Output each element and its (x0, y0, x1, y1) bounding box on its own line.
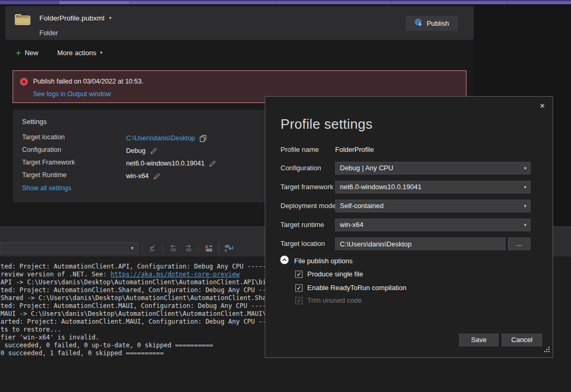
chevron-down-icon: ▾ (100, 50, 102, 55)
publish-globe-icon (414, 18, 423, 28)
more-actions-label: More actions (57, 49, 96, 57)
setting-row-target-runtime: Target Runtime win-x64 (22, 171, 160, 181)
svg-text:c: c (225, 248, 227, 252)
setting-label: Target Framework (22, 159, 126, 168)
chevron-down-icon: ▾ (109, 16, 112, 20)
chevron-down-icon: ▾ (524, 204, 526, 209)
chevron-down-icon: ▾ (131, 246, 133, 251)
toolbar-separator (162, 244, 163, 253)
profile-actions-toolbar: + New More actions ▾ (16, 48, 102, 57)
target-runtime-label: Target runtime (281, 221, 324, 229)
trim-unused-code-option: ✓ Trim unused code (295, 296, 362, 304)
save-button[interactable]: Save (459, 334, 499, 346)
file-publish-options-label: File publish options (294, 257, 352, 265)
new-button-label: New (25, 49, 38, 57)
enable-readytorun-option[interactable]: ✓ Enable ReadyToRun compilation (295, 284, 407, 292)
resize-grip[interactable] (544, 345, 550, 355)
chevron-down-icon: ▾ (524, 223, 526, 228)
find-message-icon[interactable] (147, 243, 158, 253)
settings-title: Settings (22, 118, 47, 126)
show-all-settings-link[interactable]: Show all settings (22, 184, 71, 192)
target-framework-dropdown-value: net6.0-windows10.0.19041 (340, 183, 421, 191)
setting-label: Target Runtime (22, 171, 126, 181)
checkbox-checked-icon[interactable]: ✓ (295, 284, 303, 292)
profile-settings-dialog: ✕ Profile settings Profile name FolderPr… (265, 96, 553, 358)
target-runtime-dropdown[interactable]: win-x64 ▾ (335, 219, 531, 231)
output-source-combo[interactable]: ▾ (0, 242, 138, 254)
configuration-value: Debug (126, 147, 146, 154)
setting-label: Target location (22, 133, 126, 143)
copy-icon[interactable] (200, 135, 207, 142)
publish-button[interactable]: Publish (406, 16, 458, 31)
target-runtime-value: win-x64 (126, 172, 149, 180)
profile-selector[interactable]: FolderProfile.pubxml ▾ (39, 14, 111, 22)
output-line-text: review version of .NET. See: (1, 271, 111, 278)
edit-pencil-icon[interactable] (150, 148, 157, 154)
checkbox-checked-icon[interactable]: ✓ (295, 271, 303, 278)
setting-row-target-framework: Target Framework net6.0-windows10.0.1904… (22, 159, 216, 168)
dotnet-preview-link[interactable]: https://aka.ms/dotnet-core-preview (111, 271, 240, 278)
target-runtime-dropdown-value: win-x64 (340, 221, 364, 229)
chevron-down-icon: ▾ (524, 166, 526, 171)
folder-icon (15, 13, 30, 28)
plus-icon: + (16, 48, 21, 57)
configuration-dropdown[interactable]: Debug | Any CPU ▾ (335, 162, 531, 174)
target-framework-label: Target framework (281, 183, 333, 191)
deployment-mode-label: Deployment mode (281, 202, 336, 210)
toolbar-separator (142, 244, 142, 253)
setting-row-target-location: Target location C:\Users\danis\Desktop (22, 133, 207, 143)
checkbox-label: Trim unused code (307, 296, 362, 304)
target-location-input[interactable] (335, 238, 505, 250)
configuration-label: Configuration (281, 164, 321, 172)
previous-message-icon[interactable] (168, 243, 178, 253)
checkbox-label: Produce single file (307, 270, 363, 278)
more-actions-button[interactable]: More actions ▾ (57, 49, 102, 57)
see-logs-link[interactable]: See logs in Output window (33, 90, 111, 98)
publish-failed-message: Publish failed on 03/04/2022 at 10:53. (33, 78, 143, 85)
collapse-chevron-icon (280, 255, 289, 266)
publish-button-label: Publish (427, 19, 449, 27)
target-framework-dropdown[interactable]: net6.0-windows10.0.19041 ▾ (335, 181, 531, 193)
cancel-button[interactable]: Cancel (502, 334, 542, 346)
toolbar-separator (198, 244, 199, 253)
profile-file-name: FolderProfile.pubxml (39, 14, 105, 22)
target-location-label: Target location (281, 240, 325, 247)
target-framework-value: net6.0-windows10.0.19041 (126, 160, 204, 167)
clear-all-icon[interactable] (203, 243, 214, 253)
browse-button[interactable]: ... (508, 238, 531, 250)
close-icon[interactable]: ✕ (539, 102, 545, 110)
checkbox-label: Enable ReadyToRun compilation (307, 284, 407, 292)
deployment-mode-dropdown[interactable]: Self-contained ▾ (335, 200, 531, 212)
deployment-mode-dropdown-value: Self-contained (340, 202, 383, 210)
edit-pencil-icon[interactable] (153, 173, 160, 180)
setting-row-configuration: Configuration Debug (22, 146, 157, 156)
profile-header-card: FolderProfile.pubxml ▾ Folder Publish (5, 6, 474, 40)
profile-type-label: Folder (39, 29, 58, 37)
target-location-link[interactable]: C:\Users\danis\Desktop (126, 135, 195, 142)
dialog-title: Profile settings (281, 116, 372, 132)
new-profile-button[interactable]: + New (16, 48, 38, 57)
profile-name-label: Profile name (281, 146, 319, 153)
checkbox-checked-disabled-icon: ✓ (295, 297, 303, 304)
window-tab-strip (0, 0, 571, 4)
next-message-icon[interactable] (183, 243, 193, 253)
error-icon: ✕ (20, 78, 28, 86)
file-publish-options-expander[interactable]: File publish options (280, 255, 352, 266)
produce-single-file-option[interactable]: ✓ Produce single file (295, 270, 363, 278)
word-wrap-icon[interactable]: ab c (224, 243, 234, 253)
chevron-down-icon: ▾ (524, 185, 526, 190)
edit-pencil-icon[interactable] (209, 160, 216, 167)
setting-label: Configuration (22, 146, 126, 156)
publish-page: FolderProfile.pubxml ▾ Folder Publish + … (0, 0, 571, 392)
profile-name-value: FolderProfile (335, 146, 374, 153)
toolbar-separator (219, 244, 219, 253)
configuration-dropdown-value: Debug | Any CPU (340, 164, 393, 172)
